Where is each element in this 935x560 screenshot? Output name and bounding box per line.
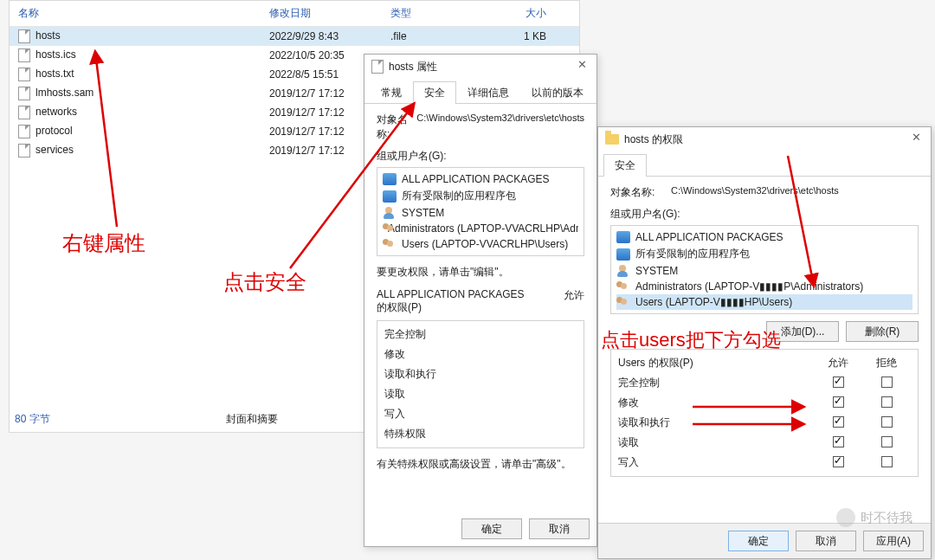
groups-label: 组或用户名(G): xyxy=(377,149,584,164)
tab-security[interactable]: 安全 xyxy=(413,81,456,104)
principal-icon xyxy=(616,248,630,261)
perm-header-deny: 拒绝 xyxy=(862,356,911,370)
properties-dialog: hosts 属性 ✕ 常规 安全 详细信息 以前的版本 对象名称: C:\Win… xyxy=(364,54,597,547)
permission-row: 完全控制 xyxy=(618,373,911,393)
principal-icon xyxy=(383,173,397,185)
perm-header-allow: 允许 xyxy=(564,288,584,315)
object-name-value: C:\Windows\System32\drivers\etc\hosts xyxy=(671,185,919,200)
deny-checkbox[interactable] xyxy=(881,456,893,467)
folder-icon xyxy=(605,134,619,145)
cancel-button[interactable]: 取消 xyxy=(796,531,856,551)
object-name-label: 对象名称: xyxy=(377,113,416,142)
group-item[interactable]: ALL APPLICATION PACKAGES xyxy=(616,229,912,245)
group-item[interactable]: 所有受限制的应用程序包 xyxy=(616,245,912,263)
properties-titlebar[interactable]: hosts 属性 ✕ xyxy=(364,55,596,79)
ok-button[interactable]: 确定 xyxy=(728,531,789,551)
col-size[interactable]: 大小 xyxy=(494,1,555,26)
explorer-column-headers: 名称 修改日期 类型 大小 xyxy=(10,1,579,27)
permission-row: 完全控制 xyxy=(384,325,577,344)
ok-button[interactable]: 确定 xyxy=(461,518,522,539)
groups-label: 组或用户名(G): xyxy=(610,207,919,222)
apply-button[interactable]: 应用(A) xyxy=(863,531,924,551)
permission-row: 读取 xyxy=(618,433,911,453)
permission-label: 修改 xyxy=(618,396,814,410)
col-name[interactable]: 名称 xyxy=(10,1,261,26)
deny-checkbox[interactable] xyxy=(881,396,893,408)
deny-checkbox[interactable] xyxy=(881,436,893,447)
perm-header-allow: 允许 xyxy=(814,356,862,370)
group-item[interactable]: 所有受限制的应用程序包 xyxy=(383,187,578,205)
properties-tabs: 常规 安全 详细信息 以前的版本 xyxy=(364,80,596,104)
group-item[interactable]: Users (LAPTOP-V▮▮▮▮HP\Users) xyxy=(616,294,912,310)
object-name-label: 对象名称: xyxy=(610,185,671,200)
principal-icon xyxy=(383,190,397,203)
cancel-button[interactable]: 取消 xyxy=(529,518,590,539)
tab-general[interactable]: 常规 xyxy=(370,81,413,104)
group-item[interactable]: Administrators (LAPTOP-VVACRLHP\Admi… xyxy=(383,221,578,236)
group-item[interactable]: SYSTEM xyxy=(383,205,578,221)
status-bar-bytes: 80 字节 xyxy=(15,412,50,427)
groups-list[interactable]: ALL APPLICATION PACKAGES所有受限制的应用程序包SYSTE… xyxy=(610,225,919,314)
close-icon[interactable]: ✕ xyxy=(572,58,591,74)
groups-list[interactable]: ALL APPLICATION PACKAGES所有受限制的应用程序包SYSTE… xyxy=(377,167,584,256)
perm-header-left: Users 的权限(P) xyxy=(618,356,814,370)
permission-row: 写入 xyxy=(384,404,577,424)
file-icon xyxy=(18,68,30,81)
permissions-titlebar[interactable]: hosts 的权限 ✕ xyxy=(598,127,931,151)
file-row[interactable]: hosts2022/9/29 8:43.file1 KB xyxy=(10,27,579,46)
file-icon xyxy=(18,144,30,158)
permission-row: 读取和执行 xyxy=(618,413,911,433)
principal-icon xyxy=(616,296,630,308)
permission-label: 读取和执行 xyxy=(618,415,814,430)
permission-label: 写入 xyxy=(618,455,814,470)
edit-hint: 要更改权限，请单击"编辑"。 xyxy=(377,265,584,280)
permission-row: 修改 xyxy=(618,393,911,413)
close-icon[interactable]: ✕ xyxy=(906,131,925,146)
permissions-title: hosts 的权限 xyxy=(624,132,683,147)
properties-title: hosts 属性 xyxy=(389,60,437,74)
permissions-table: Users 的权限(P) 允许 拒绝 完全控制修改读取和执行读取写入 xyxy=(610,349,919,477)
allow-checkbox[interactable] xyxy=(833,416,844,428)
allow-checkbox[interactable] xyxy=(833,396,844,408)
object-name-value: C:\Windows\System32\drivers\etc\hosts xyxy=(416,113,584,142)
file-icon xyxy=(18,106,30,119)
permission-row: 写入 xyxy=(618,453,911,473)
permissions-list: 完全控制修改读取和执行读取写入特殊权限 xyxy=(377,320,584,448)
file-icon xyxy=(18,125,30,138)
permission-row: 修改 xyxy=(384,344,577,364)
tab-previous[interactable]: 以前的版本 xyxy=(520,81,595,104)
allow-checkbox[interactable] xyxy=(833,436,844,447)
deny-checkbox[interactable] xyxy=(881,416,893,428)
col-type[interactable]: 类型 xyxy=(382,1,494,26)
permission-row: 读取和执行 xyxy=(384,364,577,384)
principal-icon xyxy=(616,265,630,277)
group-item[interactable]: Users (LAPTOP-VVACRLHP\Users) xyxy=(383,236,578,252)
col-date[interactable]: 修改日期 xyxy=(261,1,382,26)
principal-icon xyxy=(616,231,630,243)
group-item[interactable]: SYSTEM xyxy=(616,263,912,279)
file-icon xyxy=(18,87,30,100)
advanced-hint: 有关特殊权限或高级设置，请单击"高级"。 xyxy=(377,457,584,472)
permissions-tabs: 安全 xyxy=(598,153,931,177)
allow-checkbox[interactable] xyxy=(833,377,844,388)
add-button[interactable]: 添加(D)... xyxy=(766,321,839,342)
principal-icon xyxy=(383,207,397,219)
permissions-dialog: hosts 的权限 ✕ 安全 对象名称: C:\Windows\System32… xyxy=(597,126,932,559)
group-item[interactable]: ALL APPLICATION PACKAGES xyxy=(383,171,578,187)
allow-checkbox[interactable] xyxy=(833,456,844,467)
tab-details[interactable]: 详细信息 xyxy=(456,81,520,104)
watermark: 时不待我 xyxy=(836,508,912,527)
cover-summary-label: 封面和摘要 xyxy=(226,412,278,427)
file-icon xyxy=(18,48,30,62)
file-icon xyxy=(371,60,384,74)
principal-icon xyxy=(383,238,397,250)
remove-button[interactable]: 删除(R) xyxy=(846,321,919,342)
perm-header-left: ALL APPLICATION PACKAGES 的权限(P) xyxy=(377,288,525,315)
permission-row: 读取 xyxy=(384,384,577,404)
deny-checkbox[interactable] xyxy=(881,377,893,388)
tab-security[interactable]: 安全 xyxy=(603,154,647,177)
watermark-text: 时不待我 xyxy=(861,510,912,526)
group-item[interactable]: Administrators (LAPTOP-V▮▮▮▮P\Administra… xyxy=(616,279,912,294)
permission-label: 完全控制 xyxy=(618,376,814,390)
watermark-icon xyxy=(836,508,855,527)
